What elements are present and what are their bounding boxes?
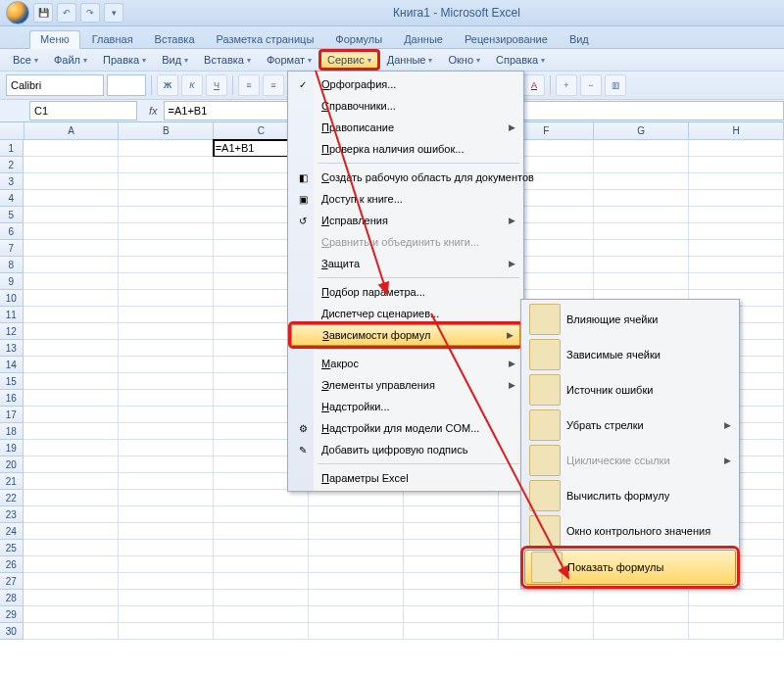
row-header[interactable]: 17 [0,407,24,423]
menu-item[interactable]: Надстройки... [290,396,521,417]
menu-item[interactable]: Справочники... [290,95,521,117]
submenu-item[interactable]: Показать формулы [524,550,736,585]
cell[interactable] [24,523,119,540]
cell[interactable] [24,273,119,290]
cell[interactable] [119,540,214,556]
cell[interactable] [24,540,119,556]
cell[interactable] [309,490,404,506]
cell[interactable] [24,473,119,490]
menu-item[interactable]: ✓Орфография... [290,73,521,95]
cell[interactable] [689,606,784,623]
cell[interactable] [24,307,119,323]
cell[interactable] [689,190,784,207]
cell[interactable] [119,473,214,490]
row-header[interactable]: 11 [0,307,24,323]
menu-все[interactable]: Все▾ [6,51,45,69]
tab-формулы[interactable]: Формулы [325,31,392,48]
row-header[interactable]: 13 [0,340,24,357]
cell[interactable] [404,490,499,506]
cell[interactable] [24,606,119,623]
menu-item[interactable]: Правописание▶ [290,117,521,138]
cell[interactable] [214,590,309,606]
row-header[interactable]: 3 [0,173,24,190]
cell[interactable] [119,590,214,606]
row-header[interactable]: 4 [0,190,24,207]
cell[interactable] [119,440,214,457]
row-header[interactable]: 9 [0,273,24,290]
cell[interactable] [24,573,119,590]
submenu-item[interactable]: Убрать стрелки▶ [523,408,737,443]
name-box[interactable]: C1 [29,101,137,120]
menu-item[interactable]: ▣Доступ к книге... [290,188,521,210]
menu-item[interactable]: Зависимости формул▶ [291,324,520,346]
menu-item[interactable]: ⚙Надстройки для модели COM... [290,417,521,439]
column-header[interactable]: H [689,122,784,140]
row-header[interactable]: 15 [0,373,24,390]
cell[interactable] [214,556,309,573]
cell[interactable] [119,506,214,523]
cell[interactable] [119,290,214,307]
menu-item[interactable]: Защита▶ [290,253,521,274]
cell[interactable] [309,540,404,556]
cell[interactable] [594,190,689,207]
cell[interactable] [689,157,784,173]
column-header[interactable]: B [119,122,214,140]
delete-button[interactable]: − [580,74,602,96]
cell[interactable] [594,157,689,173]
cell[interactable] [119,190,214,207]
tab-данные[interactable]: Данные [394,31,453,48]
cell[interactable] [594,173,689,190]
column-header[interactable]: A [24,122,120,140]
row-header[interactable]: 30 [0,623,24,640]
cell[interactable] [214,490,309,506]
tab-меню[interactable]: Меню [29,30,80,49]
cell[interactable] [309,506,404,523]
font-color-button[interactable]: A [523,74,545,96]
cell[interactable] [24,357,119,373]
row-header[interactable]: 2 [0,157,24,173]
cell[interactable] [404,556,499,573]
cell[interactable] [24,556,119,573]
cell[interactable] [689,207,784,223]
cell[interactable] [24,290,119,307]
cell[interactable] [119,373,214,390]
cell[interactable] [309,523,404,540]
cell[interactable] [119,490,214,506]
tab-главная[interactable]: Главная [82,31,143,48]
cell[interactable] [214,523,309,540]
cell[interactable] [24,590,119,606]
cell[interactable] [309,590,404,606]
cell[interactable] [594,606,689,623]
insert-button[interactable]: + [556,74,577,96]
cell[interactable] [24,490,119,506]
cell[interactable] [594,257,689,273]
cell[interactable] [689,223,784,240]
cell[interactable] [24,257,119,273]
menu-item[interactable]: Макрос▶ [290,353,521,374]
cell[interactable] [689,140,784,157]
office-button[interactable] [6,1,29,24]
row-header[interactable]: 19 [0,440,24,457]
cell[interactable] [119,423,214,440]
cell[interactable] [119,357,214,373]
cell[interactable] [309,556,404,573]
row-header[interactable]: 10 [0,290,24,307]
row-header[interactable]: 18 [0,423,24,440]
cell[interactable] [24,373,119,390]
cell[interactable] [119,323,214,340]
font-size-box[interactable] [107,74,146,96]
cell[interactable] [24,440,119,457]
cell[interactable] [24,407,119,423]
row-header[interactable]: 20 [0,457,24,473]
cell[interactable] [119,523,214,540]
cell[interactable] [689,273,784,290]
cell[interactable] [119,140,214,157]
cell[interactable] [499,606,594,623]
menu-окно[interactable]: Окно▾ [441,51,487,69]
cell[interactable] [594,273,689,290]
cell[interactable] [404,573,499,590]
cell[interactable] [404,606,499,623]
cell[interactable] [119,390,214,407]
fx-label[interactable]: fx [149,105,158,117]
cell[interactable] [689,240,784,257]
